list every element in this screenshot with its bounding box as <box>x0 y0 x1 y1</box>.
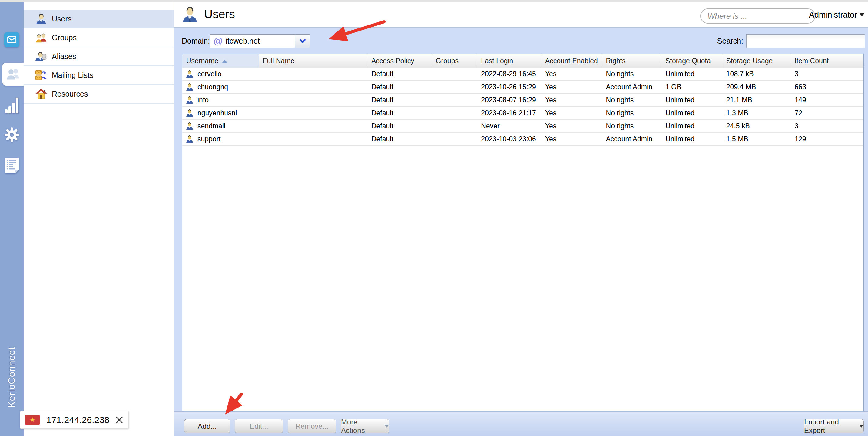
column-header-account_enabled[interactable]: Account Enabled <box>541 54 602 67</box>
cell-storage_quota: Unlimited <box>661 67 722 80</box>
column-header-last_login[interactable]: Last Login <box>477 54 541 67</box>
cell-account_enabled: Yes <box>541 106 602 119</box>
table-row[interactable]: cervelloDefault2022-08-29 16:45YesNo rig… <box>182 67 863 81</box>
table-row[interactable]: nguyenhusniDefault2023-08-16 21:17YesNo … <box>182 106 863 120</box>
cell-storage_usage: 108.7 kB <box>722 67 791 80</box>
cell-full_name <box>259 67 367 80</box>
column-header-groups[interactable]: Groups <box>432 54 477 67</box>
table-body: cervelloDefault2022-08-29 16:45YesNo rig… <box>182 67 863 146</box>
at-icon: @ <box>214 36 223 46</box>
cell-rights: Account Admin <box>602 133 662 145</box>
rail-logs-button[interactable] <box>4 158 20 173</box>
sort-ascending-icon <box>222 60 227 63</box>
column-header-label: Groups <box>436 57 459 65</box>
cell-rights: No rights <box>602 67 662 80</box>
rail-settings-button[interactable] <box>4 127 20 142</box>
sidebar-item-aliases[interactable]: Aliases <box>24 47 174 66</box>
table-row[interactable]: chuongnqDefault2023-10-26 15:29YesAccoun… <box>182 81 863 94</box>
mail-icon <box>7 36 17 43</box>
user-icon <box>185 96 194 104</box>
sidebar-item-label: Users <box>52 14 71 23</box>
mailing-list-icon <box>35 69 48 82</box>
sidebar-item-resources[interactable]: Resources <box>24 85 174 103</box>
cell-access_policy: Default <box>367 94 432 106</box>
table-search-input[interactable] <box>746 34 865 48</box>
page-title: Users <box>204 7 235 21</box>
domain-dropdown-button[interactable] <box>295 34 310 48</box>
remove-button-label: Remove... <box>295 422 328 431</box>
logs-icon <box>4 157 20 175</box>
cell-storage_usage: 21.1 MB <box>722 94 791 106</box>
group-icon <box>35 31 48 44</box>
user-icon <box>185 70 194 78</box>
sidebar-item-groups[interactable]: Groups <box>24 28 174 47</box>
column-header-storage_quota[interactable]: Storage Quota <box>661 54 722 67</box>
domain-value: itcweb.net <box>226 37 295 45</box>
cell-item_count: 72 <box>790 106 863 119</box>
cell-last_login: 2023-08-16 21:17 <box>477 106 541 119</box>
cell-rights: No rights <box>602 106 662 119</box>
close-icon[interactable] <box>115 416 124 424</box>
domain-label: Domain: <box>182 28 210 53</box>
column-header-rights[interactable]: Rights <box>602 54 662 67</box>
table-row[interactable]: infoDefault2023-08-07 16:29YesNo rightsU… <box>182 94 863 106</box>
account-menu[interactable]: Administrator <box>809 2 864 28</box>
column-header-item_count[interactable]: Item Count <box>790 54 863 67</box>
column-header-access_policy[interactable]: Access Policy <box>367 54 432 67</box>
more-actions-button[interactable]: More Actions <box>341 419 389 433</box>
table-row[interactable]: supportDefault2023-10-03 23:06YesAccount… <box>182 133 863 146</box>
ip-address-overlay: ★ 171.244.26.238 <box>20 411 129 429</box>
edit-button[interactable]: Edit... <box>235 419 283 433</box>
user-icon <box>185 109 194 117</box>
username-text: sendmail <box>197 120 225 132</box>
chevron-down-icon <box>860 13 864 17</box>
table-row[interactable]: sendmailDefaultNeverYesNo rightsUnlimite… <box>182 120 863 133</box>
sidebar-item-users[interactable]: Users <box>24 10 174 28</box>
users-icon <box>5 67 21 81</box>
rail-mail-button[interactable] <box>4 32 20 47</box>
vietnam-flag-icon: ★ <box>25 415 40 425</box>
rail-stats-button[interactable] <box>4 98 20 113</box>
cell-full_name <box>259 133 367 145</box>
column-header-label: Rights <box>606 57 626 65</box>
cell-storage_quota: Unlimited <box>661 106 722 119</box>
brand-kerioconnect-label: KerioConnect <box>0 341 24 414</box>
cell-storage_usage: 1.3 MB <box>722 106 791 119</box>
cell-username: cervello <box>182 67 259 80</box>
domain-select[interactable]: @ itcweb.net <box>210 34 310 48</box>
cell-username: support <box>182 133 259 145</box>
cell-groups <box>432 120 477 132</box>
remove-button[interactable]: Remove... <box>288 419 336 433</box>
user-icon <box>181 5 199 23</box>
add-button-label: Add... <box>198 422 217 431</box>
column-header-label: Item Count <box>795 57 829 65</box>
cell-full_name <box>259 106 367 119</box>
quick-search-box[interactable] <box>700 8 815 24</box>
sidebar-item-mailing-lists[interactable]: Mailing Lists <box>24 66 174 85</box>
username-text: info <box>197 94 209 106</box>
cell-last_login: Never <box>477 120 541 132</box>
cell-storage_usage: 209.4 MB <box>722 81 791 93</box>
column-header-label: Username <box>186 57 218 65</box>
cell-username: info <box>182 94 259 106</box>
gear-icon <box>4 127 20 143</box>
user-icon <box>185 83 194 91</box>
cell-username: chuongnq <box>182 81 259 93</box>
import-export-label: Import and Export <box>804 418 856 435</box>
domain-toolbar: Domain: @ itcweb.net Search: <box>175 28 868 53</box>
cell-account_enabled: Yes <box>541 120 602 132</box>
column-header-full_name[interactable]: Full Name <box>259 54 367 67</box>
rail-accounts-button[interactable] <box>2 63 24 86</box>
sidebar-item-label: Groups <box>52 33 76 42</box>
sidebar-item-label: Aliases <box>52 52 76 61</box>
column-header-storage_usage[interactable]: Storage Usage <box>722 54 791 67</box>
user-icon <box>185 122 194 130</box>
cell-item_count: 3 <box>790 120 863 132</box>
cell-last_login: 2022-08-29 16:45 <box>477 67 541 80</box>
column-header-label: Storage Usage <box>726 57 773 65</box>
add-button[interactable]: Add... <box>184 419 230 433</box>
import-export-button[interactable]: Import and Export <box>804 419 864 433</box>
column-header-username[interactable]: Username <box>182 54 259 67</box>
cell-username: nguyenhusni <box>182 106 259 119</box>
quick-search-input[interactable] <box>707 11 811 21</box>
